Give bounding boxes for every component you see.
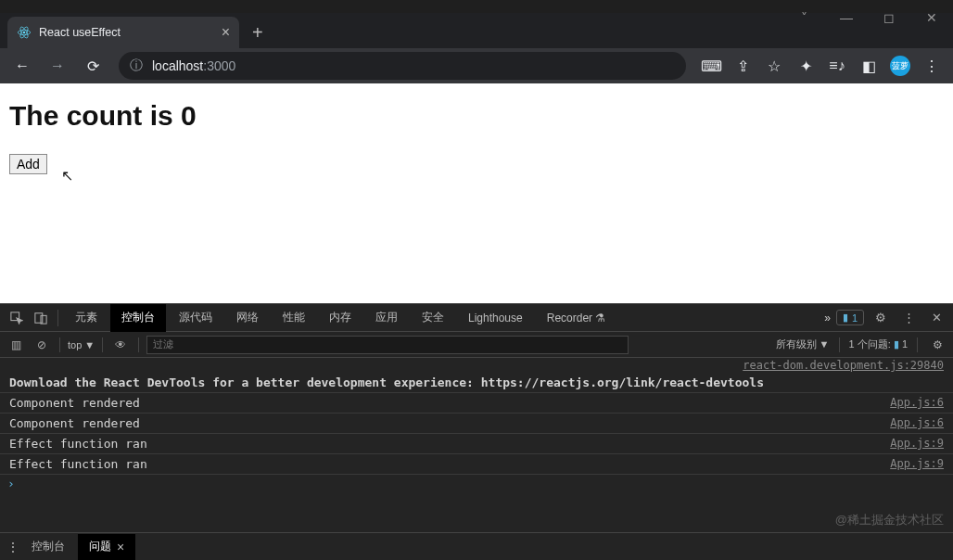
console-row: Effect function ranApp.js:9 (0, 454, 953, 475)
close-devtools-icon[interactable]: ✕ (925, 307, 947, 329)
url-input[interactable]: ⓘ localhost:3000 (119, 52, 686, 80)
toolbar-actions: ⌨ ⇪ ☆ ✦ ≡♪ ◧ 菠萝 ⋮ (697, 56, 946, 77)
console-toolbar: ▥ ⊘ top ▼ 👁 过滤 所有级别 ▼ 1 个问题: ▮ 1 ⚙ (0, 332, 953, 358)
profile-avatar[interactable]: 菠萝 (886, 56, 914, 77)
devtools-drawer: ⋮ 控制台 问题× (0, 532, 953, 560)
drawer-tab-console[interactable]: 控制台 (20, 534, 76, 560)
drawer-tab-issues[interactable]: 问题× (78, 534, 135, 560)
console-row: Effect function ranApp.js:9 (0, 434, 953, 454)
settings-icon[interactable]: ⚙ (870, 307, 892, 329)
browser-tab[interactable]: React useEffect × (7, 17, 239, 48)
address-bar: ← → ⟳ ⓘ localhost:3000 ⌨ ⇪ ☆ ✦ ≡♪ ◧ 菠萝 ⋮ (0, 48, 953, 83)
forward-button[interactable]: → (43, 51, 72, 81)
clear-console-icon[interactable]: ⊘ (32, 335, 52, 355)
tab-title: React useEffect (39, 26, 121, 39)
watermark: @稀土掘金技术社区 (835, 512, 944, 528)
console-sidebar-toggle-icon[interactable]: ▥ (6, 335, 26, 355)
cursor-icon: ↖ (61, 167, 953, 185)
console-prompt[interactable]: › (0, 475, 953, 492)
devtools-tabs: 元素 控制台 源代码 网络 性能 内存 应用 安全 Lighthouse Rec… (0, 304, 953, 332)
more-tabs-icon[interactable]: » (824, 312, 831, 325)
source-link[interactable]: App.js:6 (890, 396, 944, 410)
menu-icon[interactable]: ⋮ (918, 57, 946, 75)
console-row: Download the React DevTools for a better… (0, 373, 953, 393)
svg-rect-5 (35, 312, 43, 323)
console-row: Component renderedApp.js:6 (0, 414, 953, 434)
translate-icon[interactable]: ⌨ (697, 57, 725, 75)
issues-summary[interactable]: 1 个问题: ▮ 1 (849, 337, 908, 351)
source-link[interactable]: App.js:6 (890, 416, 944, 430)
tab-console[interactable]: 控制台 (110, 304, 166, 332)
tab-security[interactable]: 安全 (411, 304, 455, 332)
tab-performance[interactable]: 性能 (272, 304, 316, 332)
side-panel-icon[interactable]: ◧ (855, 57, 883, 75)
source-link[interactable]: App.js:9 (890, 437, 944, 451)
drawer-menu-icon[interactable]: ⋮ (7, 541, 19, 554)
issues-badge[interactable]: ▮ 1 (836, 310, 864, 325)
react-devtools-link[interactable]: https://reactjs.org/link/react-devtools (481, 375, 764, 389)
page-heading: The count is 0 (9, 100, 944, 132)
tab-elements[interactable]: 元素 (64, 304, 108, 332)
console-filter-input[interactable]: 过滤 (146, 336, 629, 354)
reload-button[interactable]: ⟳ (78, 51, 108, 81)
window-controls: ˅ — ◻ ✕ (782, 0, 953, 35)
tab-application[interactable]: 应用 (364, 304, 409, 332)
minimize-icon[interactable]: — (825, 10, 868, 25)
react-favicon-icon (17, 25, 32, 40)
console-source-link[interactable]: react-dom.development.js:29840 (0, 358, 953, 373)
tab-lighthouse[interactable]: Lighthouse (457, 304, 534, 332)
bookmark-icon[interactable]: ☆ (760, 57, 788, 75)
svg-point-0 (23, 32, 26, 34)
new-tab-button[interactable]: + (239, 17, 276, 48)
share-icon[interactable]: ⇪ (729, 57, 756, 75)
tab-recorder[interactable]: Recorder ⚗ (536, 304, 617, 332)
devtools-panel: 元素 控制台 源代码 网络 性能 内存 应用 安全 Lighthouse Rec… (0, 303, 953, 560)
source-link[interactable]: App.js:9 (890, 457, 944, 471)
console-row: Component renderedApp.js:6 (0, 393, 953, 414)
tab-network[interactable]: 网络 (225, 304, 270, 332)
page-content: The count is 0 Add ↖ (0, 83, 953, 303)
extensions-icon[interactable]: ✦ (792, 57, 820, 75)
log-levels-select[interactable]: 所有级别 ▼ (776, 337, 830, 351)
back-button[interactable]: ← (7, 51, 37, 81)
chevron-down-icon[interactable]: ˅ (782, 10, 825, 25)
tab-memory[interactable]: 内存 (318, 304, 362, 332)
inspect-element-icon[interactable] (6, 307, 28, 329)
media-icon[interactable]: ≡♪ (823, 57, 851, 74)
live-expression-icon[interactable]: 👁 (110, 335, 131, 355)
tab-sources[interactable]: 源代码 (168, 304, 223, 332)
url-host: localhost (152, 58, 203, 73)
close-window-icon[interactable]: ✕ (910, 10, 953, 25)
maximize-icon[interactable]: ◻ (868, 10, 910, 25)
kebab-menu-icon[interactable]: ⋮ (897, 307, 920, 329)
console-output: react-dom.development.js:29840 Download … (0, 358, 953, 532)
site-info-icon[interactable]: ⓘ (130, 57, 143, 74)
url-port: :3000 (203, 58, 235, 73)
close-tab-icon[interactable]: × (222, 24, 230, 41)
execution-context-select[interactable]: top ▼ (68, 339, 95, 350)
console-settings-icon[interactable]: ⚙ (927, 335, 947, 355)
device-toolbar-icon[interactable] (30, 307, 52, 329)
add-button[interactable]: Add (9, 154, 47, 174)
close-drawer-tab-icon[interactable]: × (111, 540, 124, 554)
